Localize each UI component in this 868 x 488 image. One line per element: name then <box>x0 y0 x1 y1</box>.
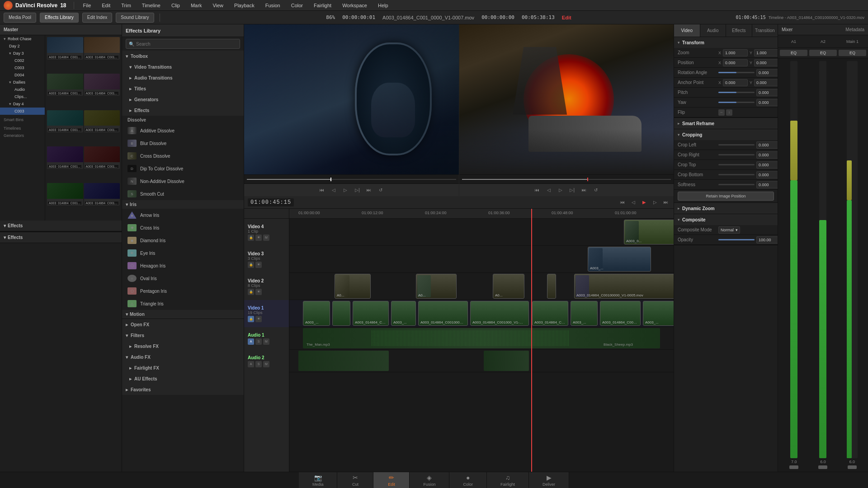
v1-c4[interactable]: A003_... <box>391 301 416 326</box>
video-transitions-sub[interactable]: ▾ Video Transitions <box>122 61 244 72</box>
effect-smooth-cut[interactable]: S Smooth Cut <box>122 188 244 200</box>
v4-clip-1[interactable]: A003_0... <box>624 220 674 244</box>
v2-track[interactable]: A0... A0... A0... <box>289 273 674 300</box>
crop-top-slider[interactable] <box>718 164 755 165</box>
a2-m[interactable]: M <box>263 361 269 367</box>
v2-clip-1[interactable]: A0... <box>335 274 371 299</box>
media-thumb-5[interactable]: A003_014864_C001... <box>47 110 83 133</box>
crop-right-field[interactable]: 0.000 <box>756 151 778 159</box>
inspector-tab-video[interactable]: Video <box>674 24 700 37</box>
a2-track[interactable] <box>289 350 674 372</box>
v1-c9[interactable]: A003_... <box>571 301 598 326</box>
mode-media[interactable]: 📷 Media <box>299 472 338 488</box>
v4-mute[interactable]: M <box>263 235 269 241</box>
generators-header[interactable]: ▸ Generators <box>122 94 244 105</box>
fairlight-fx-header[interactable]: ▸ Fairlight FX <box>122 362 244 373</box>
audio-transitions-header[interactable]: ▸ Audio Transitions <box>122 72 244 83</box>
mode-deliver[interactable]: ▶ Deliver <box>529 472 569 488</box>
v1-c8[interactable]: A003_014864_C001000... <box>532 301 568 326</box>
v4-lock[interactable]: 🔒 <box>248 235 254 241</box>
v3-clip-1[interactable]: A003_... <box>588 247 651 272</box>
anchor-x-field[interactable]: 0.000 <box>723 79 748 86</box>
dynamic-zoom-header[interactable]: ▸ Dynamic Zoom <box>674 203 778 214</box>
composite-mode-select[interactable]: Normal ▾ <box>718 226 740 234</box>
prev-frame-btn-left[interactable]: ◁ <box>330 186 338 194</box>
search-input[interactable] <box>136 42 237 47</box>
resolve-fx-header[interactable]: ▸ Resolve FX <box>122 341 244 352</box>
favorites-header[interactable]: ▸ Favorites <box>122 384 244 395</box>
yaw-field[interactable]: 0.000 <box>756 99 778 106</box>
effect-dip-dissolve[interactable]: D Dip To Color Dissolve <box>122 162 244 175</box>
eq-main[interactable]: EQ <box>839 50 866 56</box>
effects-header-2[interactable]: ▾ Effects <box>0 232 122 243</box>
progress-bar-right[interactable] <box>462 179 671 180</box>
effect-blur-dissolve[interactable]: B Blur Dissolve <box>122 137 244 150</box>
tl-skip-end[interactable]: ⏭ <box>662 198 670 206</box>
effect-eye-iris[interactable]: 👁 Eye Iris <box>122 247 244 259</box>
mode-color[interactable]: ● Color <box>449 472 487 488</box>
tree-item-c003-day4[interactable]: C003 <box>0 108 45 115</box>
retain-image-btn[interactable]: Retain Image Position <box>678 192 774 201</box>
skip-end-btn-left[interactable]: ⏭ <box>365 186 373 194</box>
iris-section-header[interactable]: ▾ Iris <box>122 200 244 209</box>
effect-hexagon-iris[interactable]: ⬡ Hexagon Iris <box>122 259 244 272</box>
tree-item-dailies[interactable]: ▾ Dailies <box>0 79 45 86</box>
tree-item-day4[interactable]: ▾ Day 4 <box>0 100 45 108</box>
toolbox-header[interactable]: ▾ Toolbox <box>122 51 244 61</box>
v1-lock[interactable]: 🔒 <box>248 316 254 322</box>
pitch-slider[interactable] <box>718 92 755 93</box>
menu-fusion[interactable]: Fusion <box>264 2 282 9</box>
effect-triangle-iris[interactable]: △ Triangle Iris <box>122 297 244 310</box>
mode-edit[interactable]: ✏ Edit <box>373 472 410 488</box>
skip-start-btn-left[interactable]: ⏮ <box>318 186 326 194</box>
softness-field[interactable]: 0.000 <box>756 181 778 188</box>
menu-mark[interactable]: Mark <box>189 2 203 9</box>
a1-m[interactable]: M <box>263 338 269 345</box>
inspector-tab-audio[interactable]: Audio <box>700 24 726 37</box>
opacity-slider[interactable] <box>718 239 755 240</box>
main-fader[interactable] <box>848 465 857 469</box>
effect-non-additive[interactable]: N Non-Additive Dissolve <box>122 175 244 188</box>
next-frame-btn-right[interactable]: ▷| <box>568 186 576 194</box>
crop-right-slider[interactable] <box>718 154 755 155</box>
skip-end-btn-right[interactable]: ⏭ <box>580 186 588 194</box>
effects-search[interactable]: 🔍 <box>126 39 240 49</box>
audio-fx-header[interactable]: ▾ Audio FX <box>122 352 244 362</box>
media-thumb-8[interactable]: A003_014864_C001... <box>84 146 120 169</box>
v2-lock[interactable]: 🔒 <box>248 289 254 295</box>
pos-y-field[interactable]: 0.000 <box>754 59 778 66</box>
crop-left-field[interactable]: 0.000 <box>756 141 778 149</box>
anchor-y-field[interactable]: 0.000 <box>754 79 778 86</box>
next-frame-btn-left[interactable]: ▷| <box>353 186 361 194</box>
tl-prev[interactable]: ◁ <box>629 198 637 206</box>
crop-bottom-slider[interactable] <box>718 174 755 175</box>
v1-c10[interactable]: A003_014864_C0010... <box>600 301 641 326</box>
rotation-field[interactable]: 0.000 <box>756 69 778 76</box>
a1-s[interactable]: S <box>255 338 262 345</box>
effect-cross-iris[interactable]: ✚ Cross Iris <box>122 221 244 234</box>
crop-top-field[interactable]: 0.000 <box>756 161 778 169</box>
menu-clip[interactable]: Clip <box>170 2 182 9</box>
media-thumb-6[interactable]: A003_014864_C001... <box>84 110 120 133</box>
tree-item-robot-chase[interactable]: ▾ Robot Chase <box>0 35 45 42</box>
timelines[interactable]: Timelines <box>0 125 45 132</box>
loop-btn-left[interactable]: ↺ <box>377 186 385 194</box>
tree-item-day2[interactable]: Day 2 <box>0 42 45 50</box>
v2-clip-3[interactable]: A0... <box>493 274 524 299</box>
rotation-slider[interactable] <box>718 72 755 73</box>
edit-index-tab[interactable]: Edit Index <box>82 13 112 23</box>
skip-start-btn-right[interactable]: ⏮ <box>533 186 541 194</box>
media-thumb-9[interactable]: A003_014864_C001... <box>47 183 83 206</box>
effect-arrow-iris[interactable]: ▲ Arrow Iris <box>122 209 244 221</box>
tree-item-clips[interactable]: Clips... <box>0 93 45 100</box>
opacity-field[interactable]: 100.00 <box>756 236 778 244</box>
effects-toolbox-header[interactable]: ▸ Effects <box>122 105 244 116</box>
tree-item-audio[interactable]: Audio <box>0 86 45 93</box>
a1-track[interactable]: The_Man.mp3 Black_Sheep.mp3 <box>289 327 674 350</box>
mode-cut[interactable]: ✂ Cut <box>337 472 373 488</box>
pos-x-field[interactable]: 0.000 <box>723 59 748 66</box>
titles-header[interactable]: ▸ Titles <box>122 83 244 94</box>
v4-eye[interactable]: 👁 <box>255 235 262 241</box>
menu-timeline[interactable]: Timeline <box>140 2 162 9</box>
yaw-slider[interactable] <box>718 102 755 103</box>
